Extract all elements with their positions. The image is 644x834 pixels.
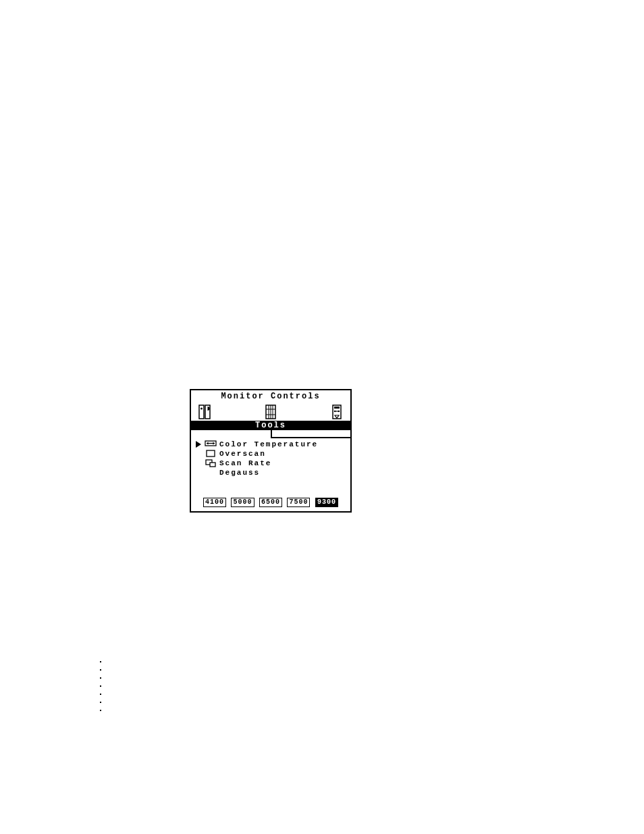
svg-point-13 [338,411,340,412]
decorative-dot-strip [100,661,101,711]
tools-tab[interactable] [330,404,344,420]
option-4100[interactable]: 4100 [203,498,226,507]
brightness-contrast-tab[interactable] [198,404,211,420]
section-title-bar: Tools [191,421,350,430]
svg-marker-15 [196,441,201,448]
svg-rect-0 [199,405,204,419]
svg-marker-19 [213,442,215,445]
monitor-controls-window: Monitor Controls [190,389,352,513]
svg-rect-22 [210,463,215,467]
section-title: Tools [191,421,350,430]
option-9300[interactable]: 9300 [315,498,338,507]
color-temp-icon [203,440,218,448]
option-6500[interactable]: 6500 [259,498,282,507]
menu-item-overscan[interactable]: Overscan [194,449,348,459]
pointer-icon [194,441,203,448]
menu-item-label: Color Temperature [218,440,318,449]
tab-icon-row [191,402,350,421]
window-title: Monitor Controls [191,390,350,402]
menu-item-color-temperature[interactable]: Color Temperature [194,440,348,449]
option-7500[interactable]: 7500 [287,498,310,507]
menu-item-degauss[interactable]: Degauss [194,468,348,477]
menu-list: Color Temperature Overscan [191,430,350,498]
menu-item-label: Overscan [218,450,266,459]
title-bar-notch [271,430,350,438]
svg-marker-18 [207,442,209,445]
scan-rate-icon [203,459,218,467]
menu-item-scan-rate[interactable]: Scan Rate [194,459,348,468]
geometry-tab[interactable] [264,404,277,420]
overscan-icon [203,450,218,458]
svg-point-1 [200,408,203,410]
color-temp-options: 4100 5000 6500 7500 9300 [191,498,350,511]
svg-rect-20 [207,450,215,457]
menu-item-label: Degauss [218,469,260,477]
option-5000[interactable]: 5000 [231,498,254,507]
svg-point-12 [334,411,336,412]
menu-item-label: Scan Rate [218,459,271,468]
svg-rect-10 [334,407,340,409]
svg-marker-14 [335,415,339,418]
